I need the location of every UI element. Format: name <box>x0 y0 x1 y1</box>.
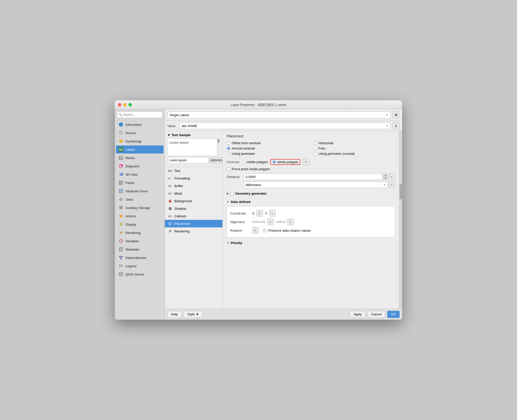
sub-item-callouts[interactable]: abcCallouts <box>165 212 222 220</box>
radio-btn-horizontal[interactable] <box>313 141 317 145</box>
minimize-button[interactable] <box>123 103 126 106</box>
sidebar-item-masks[interactable]: abcMasks <box>116 154 164 162</box>
mode-dropdown[interactable]: Single Labels ▼ <box>167 111 391 118</box>
sub-item-shadow[interactable]: Shadow <box>165 205 222 212</box>
priority-section: ▼ Priority <box>227 240 395 246</box>
sidebar-item-information[interactable]: iInformation <box>116 121 164 129</box>
sidebar-item-metadata[interactable]: Metadata <box>116 245 164 253</box>
distance-input[interactable] <box>244 173 382 180</box>
radio-btn-perimeter-curved[interactable] <box>313 152 317 156</box>
help-button[interactable]: Help <box>167 311 182 318</box>
force-checkbox[interactable] <box>227 167 230 171</box>
radio-btn-visible[interactable] <box>242 160 245 164</box>
sub-item-buffer[interactable]: abcBuffer <box>165 182 222 190</box>
unit-dropdown[interactable]: Millimeters ▼ <box>244 182 387 188</box>
radio-label-visible: visible polygon <box>246 160 268 164</box>
radio-btn-whole[interactable] <box>272 160 276 164</box>
geometry-generator-section: ▶ Geometry generator <box>227 191 395 196</box>
radio-offset-centroid[interactable]: Offset from centroid <box>227 141 308 145</box>
sidebar-item-source[interactable]: Source <box>116 129 164 137</box>
radio-using-perimeter[interactable]: Using perimeter <box>227 152 308 156</box>
mode-settings-button[interactable]: ⚙ <box>393 111 400 118</box>
apply-button[interactable]: Apply <box>350 311 366 318</box>
data-defined-box: Coordinate X ≡. Y ≡. Alignment <box>227 206 395 237</box>
top-controls: Single Labels ▼ ⚙ <box>165 109 402 121</box>
value-dropdown[interactable]: abc NAME ▼ <box>179 123 391 129</box>
sidebar-item-qgisserver[interactable]: QGIS Server <box>116 270 164 278</box>
sidebar-item-auxiliarystorage[interactable]: Auxiliary Storage <box>116 204 164 212</box>
unit-data-btn[interactable]: ≡. <box>389 182 395 188</box>
sidebar-item-labels[interactable]: abcLabels <box>116 145 164 154</box>
titlebar: Layer Properties - 省级行政区 | Labels <box>115 100 402 109</box>
close-button[interactable] <box>118 103 121 106</box>
sub-item-background[interactable]: Background <box>165 197 222 205</box>
radio-btn-offset[interactable] <box>227 141 230 145</box>
force-checkbox-row[interactable]: Force point inside polygon <box>227 167 395 171</box>
expression-button[interactable]: ε <box>393 122 400 129</box>
radio-btn-perimeter[interactable] <box>227 152 230 156</box>
sidebar-label-rendering: Rendering <box>125 231 141 235</box>
radio-free[interactable]: Free <box>313 146 395 150</box>
masks-icon: abc <box>118 155 123 160</box>
align-horiz-btn[interactable]: ≡. <box>267 219 274 225</box>
radio-visible-polygon[interactable]: visible polygon <box>242 160 268 164</box>
color-code-btn[interactable]: :53397819 <box>213 157 220 164</box>
sidebar-item-variables[interactable]: Variables <box>116 237 164 245</box>
mode-dropdown-value: Single Labels <box>170 113 189 117</box>
radio-whole-polygon[interactable]: whole polygon <box>270 159 300 165</box>
sidebar-item-dependencies[interactable]: Dependencies <box>116 254 164 262</box>
sidebar-item-rendering[interactable]: Rendering <box>116 229 164 237</box>
sidebar-label-information: Information <box>125 123 142 127</box>
placement-panel: Placement Offset from centroid Horizonta… <box>223 131 402 309</box>
placement-title: Placement <box>227 134 395 138</box>
sidebar-item-display[interactable]: Display <box>116 220 164 228</box>
sidebar-item-legend[interactable]: Legend <box>116 262 164 270</box>
stepper-up[interactable]: ▲ <box>383 173 387 177</box>
svg-rect-36 <box>119 265 120 265</box>
radio-perimeter-curved[interactable]: Using perimeter (curved) <box>313 152 395 156</box>
radio-label-perimeter: Using perimeter <box>232 152 255 156</box>
sidebar-item-symbology[interactable]: Symbology <box>116 137 164 145</box>
sidebar-item-joins[interactable]: Joins <box>116 195 164 203</box>
geometry-generator-header[interactable]: ▶ Geometry generator <box>227 191 395 196</box>
sub-item-placement[interactable]: Placement <box>165 220 222 227</box>
sub-item-mask[interactable]: abcMask <box>165 190 222 197</box>
sub-item-formatting[interactable]: ab↔Formatting <box>165 174 222 182</box>
sidebar-item-diagrams[interactable]: Diagrams <box>116 162 164 170</box>
radio-btn-free[interactable] <box>313 147 317 150</box>
sample-text-input[interactable] <box>167 157 209 164</box>
sub-item-text[interactable]: abcText <box>165 167 222 174</box>
radio-around-centroid[interactable]: Around centroid <box>227 146 308 150</box>
maximize-button[interactable] <box>128 103 132 106</box>
coord-x-btn[interactable]: ≡. <box>256 210 263 217</box>
right-scrollbar-thumb <box>400 184 402 199</box>
preserve-rotation-label: Preserve data rotation values <box>268 229 311 232</box>
radio-horizontal[interactable]: Horizontal <box>313 141 395 145</box>
distance-stepper[interactable]: ▲ ▼ <box>383 173 387 180</box>
align-vert-btn[interactable]: ≡. <box>287 219 294 225</box>
sidebar-item-3dview[interactable]: 3D View <box>116 170 164 178</box>
cancel-button[interactable]: Cancel <box>368 311 385 318</box>
distance-data-btn[interactable]: ≡. <box>389 173 395 180</box>
stepper-down[interactable]: ▼ <box>383 177 387 180</box>
sidebar-item-attributesform[interactable]: Attributes Form <box>116 187 164 195</box>
rotation-btn[interactable]: ≡. <box>252 227 259 234</box>
pick-button[interactable]: ⊹ <box>221 157 223 164</box>
alignment-row: Alignment horizontal ≡. vertical ≡. <box>230 218 392 226</box>
coord-y-btn[interactable]: ≡. <box>269 210 276 217</box>
search-input[interactable] <box>117 111 163 118</box>
right-scrollbar[interactable] <box>399 131 402 309</box>
radio-btn-around[interactable] <box>227 147 230 150</box>
actions-icon <box>118 214 123 219</box>
geometry-checkbox[interactable] <box>230 192 234 195</box>
centroid-data-btn[interactable]: ≡. <box>303 159 309 165</box>
force-label: Force point inside polygon <box>232 167 270 171</box>
ok-button[interactable]: OK <box>387 311 400 318</box>
sidebar-item-actions[interactable]: Actions <box>116 212 164 220</box>
sub-item-rendering[interactable]: Rendering <box>165 227 222 235</box>
style-button[interactable]: Style ▼ <box>184 311 203 318</box>
priority-header[interactable]: ▼ Priority <box>227 240 395 246</box>
sidebar-item-fields[interactable]: Fields <box>116 179 164 187</box>
preserve-rotation-checkbox[interactable]: ✓ <box>263 229 266 232</box>
data-defined-header[interactable]: ▼ Data defined <box>227 199 395 205</box>
